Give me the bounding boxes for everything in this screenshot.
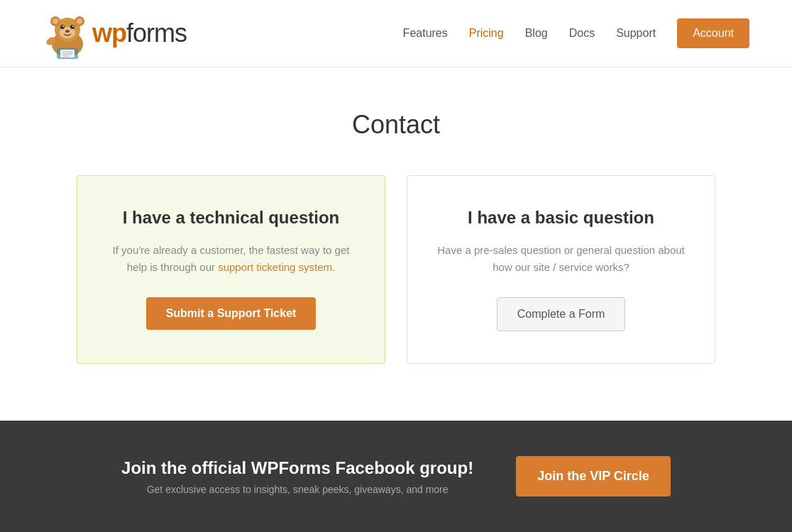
technical-card-title: I have a technical question: [106, 208, 356, 228]
basic-card-title: I have a basic question: [436, 208, 686, 228]
nav-docs[interactable]: Docs: [569, 27, 595, 40]
complete-form-button[interactable]: Complete a Form: [497, 297, 626, 331]
page-title: Contact: [57, 110, 735, 140]
technical-card-description: If you're already a customer, the fastes…: [106, 242, 356, 276]
footer-cta-subtitle: Get exclusive access to insights, sneak …: [121, 484, 473, 495]
svg-point-9: [62, 26, 64, 27]
logo[interactable]: wpforms: [43, 7, 187, 60]
main-nav: Features Pricing Blog Docs Support Accou…: [403, 18, 749, 48]
basic-question-card: I have a basic question Have a pre-sales…: [407, 175, 715, 364]
svg-point-7: [60, 25, 65, 29]
svg-point-10: [72, 26, 74, 27]
bear-mascot-icon: [43, 7, 92, 60]
svg-point-3: [53, 18, 58, 24]
site-header: wpforms Features Pricing Blog Docs Suppo…: [0, 0, 792, 67]
footer-cta-section: Join the official WPForms Facebook group…: [0, 421, 792, 532]
svg-point-5: [77, 18, 82, 24]
footer-cta-title: Join the official WPForms Facebook group…: [121, 458, 473, 478]
basic-card-description: Have a pre-sales question or general que…: [436, 242, 686, 276]
support-ticketing-link[interactable]: support ticketing system: [218, 261, 332, 273]
footer-cta-text: Join the official WPForms Facebook group…: [121, 458, 473, 495]
submit-support-ticket-button[interactable]: Submit a Support Ticket: [146, 297, 317, 330]
logo-text: wpforms: [92, 18, 187, 48]
technical-question-card: I have a technical question If you're al…: [77, 175, 385, 364]
main-content: Contact I have a technical question If y…: [0, 67, 792, 421]
svg-point-11: [65, 30, 70, 33]
join-vip-circle-button[interactable]: Join the VIP Circle: [516, 456, 671, 497]
contact-cards: I have a technical question If you're al…: [77, 175, 715, 364]
nav-blog[interactable]: Blog: [525, 27, 548, 40]
nav-features[interactable]: Features: [403, 27, 448, 40]
svg-point-8: [70, 25, 75, 29]
nav-support[interactable]: Support: [616, 27, 656, 40]
account-button[interactable]: Account: [677, 18, 749, 48]
nav-pricing[interactable]: Pricing: [469, 27, 504, 40]
